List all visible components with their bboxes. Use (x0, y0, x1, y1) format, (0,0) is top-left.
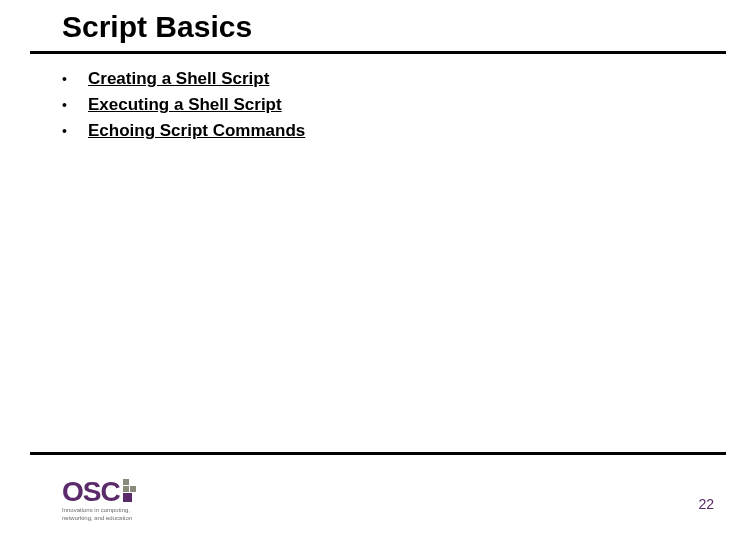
logo-main: OSC (62, 478, 136, 506)
list-item: • Executing a Shell Script (60, 94, 756, 116)
logo-mark-icon (122, 479, 136, 503)
bullet-icon: • (60, 120, 88, 142)
logo: OSC Innovations in computing, networking… (62, 478, 136, 522)
page-number: 22 (698, 496, 714, 512)
logo-tagline: Innovations in computing, (62, 507, 136, 514)
bullet-list: • Creating a Shell Script • Executing a … (0, 54, 756, 142)
bullet-link-creating[interactable]: Creating a Shell Script (88, 68, 269, 90)
footer-divider (30, 452, 726, 455)
bullet-link-echoing[interactable]: Echoing Script Commands (88, 120, 305, 142)
bullet-icon: • (60, 94, 88, 116)
slide-title: Script Basics (62, 10, 756, 44)
slide: Script Basics • Creating a Shell Script … (0, 0, 756, 540)
logo-tagline: networking, and education (62, 515, 136, 522)
list-item: • Creating a Shell Script (60, 68, 756, 90)
title-area: Script Basics (0, 0, 756, 48)
bullet-icon: • (60, 68, 88, 90)
bullet-link-executing[interactable]: Executing a Shell Script (88, 94, 282, 116)
logo-text: OSC (62, 478, 120, 506)
list-item: • Echoing Script Commands (60, 120, 756, 142)
